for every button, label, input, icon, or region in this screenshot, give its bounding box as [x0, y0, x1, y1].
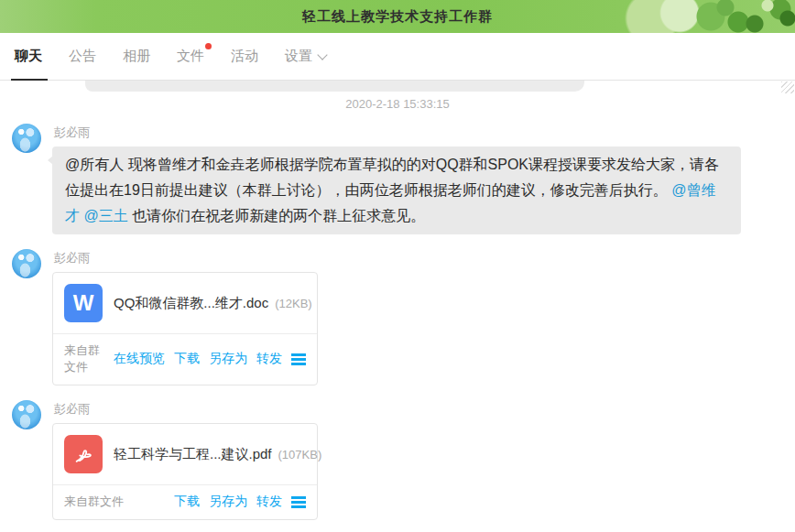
forward-link[interactable]: 转发	[256, 351, 282, 367]
file-source-label: 来自群文件	[64, 342, 104, 375]
avatar[interactable]	[12, 400, 41, 429]
group-header: 轻工线上教学技术支持工作群	[0, 0, 795, 33]
tab-activities[interactable]: 活动	[229, 33, 260, 81]
message-bubble: @所有人 现将曾维才和金垚老师根据学院布置草拟的的对QQ群和SPOK课程授课要求…	[52, 147, 741, 234]
tab-announcements-label: 公告	[69, 48, 96, 65]
save-as-link[interactable]: 另存为	[209, 351, 247, 367]
file-card-doc[interactable]: W QQ和微信群教...维才.doc(12KB) 来自群文件 在线预览 下载 另…	[52, 272, 318, 385]
chevron-down-icon	[317, 49, 327, 60]
download-link[interactable]: 下载	[174, 351, 200, 367]
pdf-file-icon	[64, 435, 103, 473]
message-text: 也请你们在祝老师新建的两个群上征求意见。	[132, 208, 425, 223]
tab-settings-label: 设置	[285, 48, 312, 65]
previous-message-bubble-partial	[85, 81, 584, 92]
tab-files[interactable]: 文件	[175, 33, 206, 81]
tab-settings[interactable]: 设置	[283, 33, 328, 81]
qq-group-window: 轻工线上教学技术支持工作群 聊天 公告 相册 文件 活动 设置 2020-2-1…	[0, 0, 795, 532]
message-row: 彭必雨 @所有人 现将曾维才和金垚老师根据学院布置草拟的的对QQ群和SPOK课程…	[0, 124, 795, 234]
more-actions-menu-icon[interactable]	[291, 353, 306, 365]
avatar[interactable]	[12, 249, 41, 278]
scroll-indicator[interactable]	[781, 81, 794, 93]
tab-files-label: 文件	[177, 48, 204, 65]
file-size: (12KB)	[275, 297, 311, 310]
group-title: 轻工线上教学技术支持工作群	[302, 8, 493, 26]
file-source-label: 来自群文件	[64, 494, 165, 510]
file-card-pdf[interactable]: 轻工科学与工程...建议.pdf(107KB) 来自群文件 下载 另存为 转发	[52, 423, 318, 520]
new-file-badge-dot	[205, 43, 212, 49]
word-doc-icon: W	[64, 284, 103, 322]
preview-online-link[interactable]: 在线预览	[114, 351, 165, 367]
mention-link[interactable]: @三土	[83, 208, 127, 223]
tab-bar: 聊天 公告 相册 文件 活动 设置	[0, 33, 795, 81]
forward-link[interactable]: 转发	[256, 494, 282, 510]
download-link[interactable]: 下载	[174, 494, 200, 510]
more-actions-menu-icon[interactable]	[291, 496, 306, 508]
file-name: QQ和微信群教...维才.doc	[114, 295, 268, 310]
tab-album[interactable]: 相册	[121, 33, 152, 81]
sender-name: 彭必雨	[54, 401, 780, 418]
tab-activities-label: 活动	[231, 48, 258, 65]
chat-message-area: 2020-2-18 15:33:15 彭必雨 @所有人 现将曾维才和金垚老师根据…	[0, 81, 795, 532]
tab-announcements[interactable]: 公告	[67, 33, 98, 81]
file-size: (107KB)	[278, 448, 322, 461]
tab-album-label: 相册	[123, 48, 150, 65]
tab-chat[interactable]: 聊天	[13, 33, 44, 81]
save-as-link[interactable]: 另存为	[209, 494, 247, 510]
tab-chat-label: 聊天	[15, 48, 42, 65]
file-name: 轻工科学与工程...建议.pdf	[114, 446, 272, 461]
message-row: 彭必雨 轻工科学与工程...建议.pdf(107KB) 来自群文件	[0, 400, 795, 520]
message-row: 彭必雨 W QQ和微信群教...维才.doc(12KB) 来自群文件 在线预览 …	[0, 249, 795, 385]
sender-name: 彭必雨	[54, 250, 780, 266]
message-text: @所有人 现将曾维才和金垚老师根据学院布置草拟的的对QQ群和SPOK课程授课要求…	[65, 157, 719, 198]
sender-name: 彭必雨	[54, 125, 780, 141]
avatar[interactable]	[12, 124, 41, 153]
